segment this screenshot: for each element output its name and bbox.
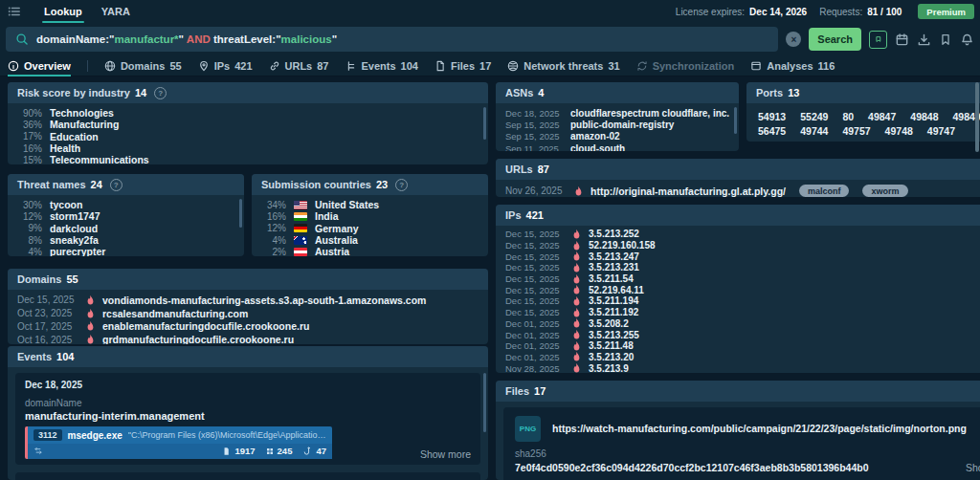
- event-card[interactable]: Dec 18, 2025 domainName manufacturing-in…: [15, 373, 480, 465]
- tab-network-threats[interactable]: Network threats31: [507, 55, 619, 76]
- list-item[interactable]: 90%Technologies: [17, 107, 479, 119]
- port-value[interactable]: 49848: [910, 110, 938, 124]
- tag-badge[interactable]: malconf: [799, 185, 850, 197]
- list-item[interactable]: Dec 01, 20253.5.211.48: [505, 340, 980, 352]
- item-value[interactable]: 3.5.208.2: [589, 318, 629, 329]
- tab-analyses[interactable]: Analyses116: [750, 55, 835, 76]
- port-value[interactable]: 80: [842, 110, 854, 124]
- process-row[interactable]: 3112 msedge.exe "C:\Program Files (x86)\…: [25, 426, 332, 459]
- list-item[interactable]: Dec 15, 20253.5.213.247: [505, 251, 980, 262]
- item-value[interactable]: 3.5.213.252: [589, 229, 639, 239]
- list-item[interactable]: 34%United States: [261, 199, 479, 210]
- list-item[interactable]: Dec 15, 20253.5.211.54: [505, 273, 980, 285]
- list-item[interactable]: Sep 15, 2025amazon-02: [505, 131, 729, 142]
- list-item[interactable]: Dec 15, 20253.5.213.252: [505, 229, 980, 240]
- list-item[interactable]: Nov 26, 2025http://original-manufacturin…: [505, 184, 980, 197]
- bell-icon[interactable]: [960, 33, 974, 47]
- file-url[interactable]: https://watch-manufacturing.com/public/c…: [552, 423, 967, 434]
- list-item[interactable]: 16%India: [261, 210, 479, 222]
- help-icon[interactable]: ?: [110, 179, 122, 191]
- port-value[interactable]: 55249: [800, 110, 828, 124]
- item-value[interactable]: 52.219.160.158: [589, 240, 656, 251]
- item-value[interactable]: 3.5.213.20: [589, 352, 634, 362]
- list-item[interactable]: Dec 15, 20253.5.211.192: [505, 307, 980, 318]
- item-value[interactable]: http://original-manufacturing.gl.at.ply.…: [590, 185, 786, 197]
- item-label[interactable]: purecrypter: [50, 246, 105, 256]
- item-value[interactable]: cloud-south: [570, 143, 625, 151]
- list-item[interactable]: Dec 15, 2025vondiamonds-manufacturing-as…: [17, 294, 479, 307]
- list-item[interactable]: 36%Manufacturing: [17, 119, 479, 130]
- item-value[interactable]: grdmanufacturingdocufile.crookoone.ru: [102, 334, 294, 344]
- tab-files[interactable]: Files17: [434, 55, 491, 76]
- list-item[interactable]: Nov 28, 20253.5.213.9: [505, 362, 980, 373]
- item-value[interactable]: 3.5.213.247: [589, 251, 639, 262]
- item-value[interactable]: 3.5.211.54: [589, 273, 634, 284]
- item-value[interactable]: public-domain-registry: [570, 120, 674, 130]
- show-more-link[interactable]: Show more: [966, 462, 980, 473]
- item-value[interactable]: 3.5.213.255: [589, 330, 639, 340]
- item-label[interactable]: tycoon: [50, 199, 82, 210]
- item-value[interactable]: 3.5.211.48: [589, 340, 634, 351]
- search-query[interactable]: domainName:"manufactur*" AND threatLevel…: [36, 33, 337, 45]
- item-label[interactable]: Health: [50, 142, 80, 154]
- clear-search-icon[interactable]: ×: [786, 32, 801, 47]
- list-item[interactable]: Dec 01, 20253.5.213.20: [505, 352, 980, 363]
- tag-badge[interactable]: xworm: [862, 185, 907, 197]
- list-item[interactable]: 4%Australia: [261, 234, 479, 246]
- list-item[interactable]: Dec 15, 202552.219.160.158: [505, 240, 980, 251]
- list-item[interactable]: Sep 11, 2025cloud-south: [505, 142, 729, 151]
- item-label[interactable]: storm1747: [50, 210, 100, 222]
- list-item[interactable]: Sep 15, 2025public-domain-registry: [505, 119, 729, 130]
- help-icon[interactable]: ?: [154, 87, 167, 99]
- search-button[interactable]: Search: [809, 28, 861, 51]
- tab-urls[interactable]: URLs87: [269, 55, 329, 76]
- item-value[interactable]: 3.5.211.192: [589, 307, 638, 317]
- list-item[interactable]: 9%darkcloud: [17, 223, 234, 234]
- item-value[interactable]: 52.219.64.11: [589, 285, 644, 295]
- list-item[interactable]: 16%Health: [17, 142, 479, 154]
- item-label[interactable]: Germany: [315, 223, 359, 234]
- calendar-icon[interactable]: [895, 33, 909, 47]
- tab-domains[interactable]: Domains55: [104, 55, 182, 76]
- list-item[interactable]: Dec 01, 20253.5.213.255: [505, 329, 980, 340]
- event-field-value[interactable]: manufacturing-interim.management: [25, 410, 471, 422]
- panel-scrollbar[interactable]: [239, 199, 242, 228]
- item-value[interactable]: vondiamonds-manufacturing-assets.s3.ap-s…: [102, 295, 426, 306]
- item-label[interactable]: United States: [315, 199, 379, 210]
- tab-ips[interactable]: IPs421: [198, 55, 253, 76]
- tab-overview[interactable]: Overview: [8, 55, 71, 76]
- port-value[interactable]: 49744: [800, 124, 828, 139]
- item-label[interactable]: Technologies: [50, 107, 114, 119]
- next-event-card[interactable]: [15, 472, 480, 480]
- panel-scrollbar[interactable]: [483, 373, 486, 432]
- list-item[interactable]: Dec 18, 2025cloudflarespectrum cloudflar…: [505, 107, 729, 119]
- port-value[interactable]: 56475: [758, 124, 786, 139]
- list-item[interactable]: 30%tycoon: [17, 199, 234, 210]
- item-label[interactable]: Manufacturing: [50, 119, 119, 130]
- item-value[interactable]: enablemanufacturingdocufile.crookoone.ru: [102, 320, 309, 332]
- item-label[interactable]: sneaky2fa: [50, 234, 99, 246]
- hash-value[interactable]: 7e0f4cd0590e2cf36c094d4226d70ccf2bc12107…: [515, 462, 980, 473]
- panel-scrollbar[interactable]: [483, 107, 486, 140]
- port-value[interactable]: 49847: [868, 110, 896, 124]
- list-item[interactable]: Dec 15, 20253.5.213.231: [505, 262, 980, 273]
- show-more-link[interactable]: Show more: [420, 448, 471, 460]
- port-value[interactable]: 49748: [885, 124, 913, 139]
- list-item[interactable]: 8%sneaky2fa: [17, 234, 234, 246]
- port-value[interactable]: 54913: [758, 110, 786, 124]
- list-item[interactable]: Oct 23, 2025rcsalesandmanufacturing.com: [17, 307, 479, 320]
- bookmark-icon[interactable]: [939, 33, 952, 47]
- list-item[interactable]: Oct 17, 2025enablemanufacturingdocufile.…: [17, 320, 479, 334]
- list-item[interactable]: 15%Telecommunications: [17, 154, 479, 164]
- item-value[interactable]: rcsalesandmanufacturing.com: [102, 308, 248, 319]
- list-item[interactable]: 12%Germany: [261, 223, 479, 234]
- file-card[interactable]: PNG https://watch-manufacturing.com/publ…: [503, 407, 980, 480]
- item-label[interactable]: Austria: [315, 246, 349, 256]
- help-icon[interactable]: ?: [395, 179, 408, 191]
- list-item[interactable]: Oct 16, 2025grdmanufacturingdocufile.cro…: [17, 333, 479, 344]
- item-label[interactable]: Telecommunications: [50, 154, 149, 164]
- item-label[interactable]: India: [315, 210, 339, 222]
- port-value[interactable]: 49757: [842, 124, 870, 139]
- credits-icon[interactable]: [869, 31, 887, 49]
- item-value[interactable]: 3.5.211.194: [589, 295, 638, 306]
